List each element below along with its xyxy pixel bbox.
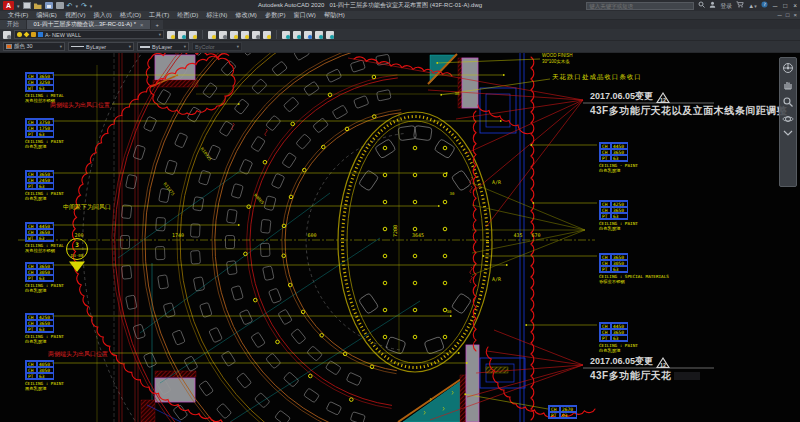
- close-button[interactable]: ×: [792, 2, 798, 9]
- menu-item[interactable]: 修改(M): [231, 11, 261, 20]
- color-swatch: [6, 44, 12, 49]
- save-icon[interactable]: [45, 2, 53, 9]
- chevron-down-icon[interactable]: ▾: [184, 44, 186, 49]
- tab-document[interactable]: 01-四十三层多功能会议...3F-RC-01-A) * ×: [27, 20, 151, 29]
- dim-600: 600: [307, 232, 316, 238]
- new-tab-button[interactable]: +: [151, 20, 162, 29]
- lineweight-value: ByLayer: [152, 44, 172, 50]
- properties-toolbar: 颜色 30 ▾ ByLayer ▾ ByLayer ▾ ByColor ▾: [0, 41, 800, 53]
- steering-wheel-icon[interactable]: [782, 62, 794, 74]
- chevron-down-icon[interactable]: ▾: [129, 44, 131, 49]
- pan-hand-icon[interactable]: [782, 79, 794, 91]
- layer-state-icon-1[interactable]: [208, 31, 216, 39]
- plot-icon[interactable]: [56, 2, 64, 9]
- orbit-icon[interactable]: [782, 113, 794, 125]
- doc-restore-button[interactable]: □: [786, 12, 790, 18]
- navigation-bar: [779, 57, 797, 187]
- doc-close-button[interactable]: ×: [793, 12, 797, 18]
- minimize-button[interactable]: ─: [772, 2, 779, 9]
- chevron-down-icon[interactable]: ▾: [159, 32, 161, 37]
- layer-state-icon-6[interactable]: [263, 31, 271, 39]
- new-drawing-icon[interactable]: [23, 2, 31, 9]
- autodesk-apps-icon[interactable]: ▲▾: [748, 2, 756, 10]
- layer-dropdown[interactable]: A- NEW WALL ▾: [14, 30, 164, 39]
- layer-color-swatch: [38, 32, 43, 37]
- elevation-label: CH4050 CH3050 PT63 CEILING : PAINT 黑色乳胶漆: [25, 360, 64, 392]
- menu-item[interactable]: 帮助(H): [320, 11, 349, 20]
- search-input[interactable]: [586, 2, 694, 10]
- tab-start[interactable]: 开始: [0, 20, 26, 29]
- dim-200: 200: [74, 232, 83, 238]
- elevation-label: CH4450 CH3650 WT63 CEILING : METAL 灰色拉丝不…: [25, 222, 64, 254]
- layer-state-icon-3[interactable]: [230, 31, 238, 39]
- layer-on-icon[interactable]: [17, 32, 22, 37]
- menu-item[interactable]: 窗口(W): [290, 11, 320, 20]
- finish-spec-line1: CEILING : PAINT: [599, 221, 638, 226]
- doc-minimize-button[interactable]: ─: [778, 12, 782, 18]
- signin-label[interactable]: 登录: [720, 2, 732, 10]
- layer-tool-icon-2[interactable]: [178, 31, 186, 39]
- undo-dropdown-icon[interactable]: ▾: [75, 3, 78, 9]
- offset-label-30: 30: [455, 91, 460, 96]
- revision-note-top: 2017.06.05变更 12 43F多功能厅天花以及立面木线条间距调整: [590, 90, 787, 118]
- finish-spec-line1: CEILING : PAINT: [25, 381, 64, 386]
- elevation-label: CH4450 CH3650 PT63 CEILING - PAINT 白色乳胶漆: [599, 142, 638, 174]
- menu-item[interactable]: 绘图(D): [173, 11, 202, 20]
- ar-label: A/R: [492, 276, 502, 282]
- finish-spec-line2: 白色乳胶漆: [25, 288, 64, 293]
- dim-7200: 7200: [392, 225, 398, 237]
- menu-item[interactable]: 视图(V): [61, 11, 90, 20]
- layer-state-icon-11[interactable]: [326, 31, 334, 39]
- undo-icon[interactable]: ↶: [67, 2, 73, 9]
- revision-desc: 43F多功能厅天花以及立面木线条间距调整: [590, 104, 787, 118]
- app-menu-icon[interactable]: ▾: [17, 3, 20, 9]
- linetype-dropdown[interactable]: ByLayer ▾: [68, 42, 134, 51]
- section-marker: 3 D3-08: [67, 239, 88, 273]
- menu-item[interactable]: 工具(T): [145, 11, 173, 20]
- restore-button[interactable]: □: [782, 2, 788, 9]
- help-icon[interactable]: ?: [761, 1, 768, 10]
- zoom-icon[interactable]: [782, 96, 794, 108]
- app-title: Autodesk AutoCAD 2020: [258, 2, 324, 8]
- layer-state-icon-4[interactable]: [241, 31, 249, 39]
- search-icon[interactable]: [698, 1, 705, 10]
- menu-item[interactable]: 参数(P): [261, 11, 290, 20]
- chevron-down-icon[interactable]: ▾: [60, 44, 62, 49]
- note-return-air: 中间聚下为回风口: [63, 203, 111, 212]
- menu-item[interactable]: 格式(O): [116, 11, 145, 20]
- finish-spec-line1: CEILING : SPECIAL MATERIALS: [599, 274, 669, 279]
- document-window-controls: ─ □ ×: [778, 12, 797, 18]
- menu-item[interactable]: 标注(N): [202, 11, 231, 20]
- titlebar-right: 登录 ▲▾ ? ─ □ ×: [586, 0, 798, 11]
- account-icon[interactable]: [709, 1, 716, 10]
- layer-state-icon-7[interactable]: [282, 31, 290, 39]
- redo-icon[interactable]: ↷: [81, 2, 87, 9]
- color-value: 颜色 30: [14, 43, 33, 50]
- navbar-more-icon[interactable]: [783, 130, 793, 136]
- color-dropdown[interactable]: 颜色 30 ▾: [3, 42, 65, 51]
- menu-item[interactable]: 插入(I): [90, 11, 116, 20]
- menu-item[interactable]: 文件(F): [4, 11, 32, 20]
- layer-state-icon-2[interactable]: [219, 31, 227, 39]
- autocad-logo-icon[interactable]: A: [3, 1, 14, 10]
- drawing-canvas[interactable]: 200 1740 600 3645 435 670 7200 A/R A/R R…: [0, 53, 800, 422]
- layer-properties-icon[interactable]: [3, 31, 11, 39]
- dim-3645: 3645: [412, 232, 424, 238]
- layer-tool-icon-3[interactable]: [189, 31, 197, 39]
- menu-item[interactable]: 编辑(E): [32, 11, 61, 20]
- layer-lock-icon[interactable]: [31, 32, 36, 37]
- elevation-label: CH4250 CH3650 PT63 CEILING : PAINT 白色乳胶漆: [599, 200, 638, 232]
- lineweight-dropdown[interactable]: ByLayer ▾: [137, 42, 189, 51]
- dim-1740: 1740: [172, 232, 184, 238]
- layer-state-icon-8[interactable]: [293, 31, 301, 39]
- layer-state-icon-9[interactable]: [304, 31, 312, 39]
- open-icon[interactable]: [34, 2, 42, 9]
- qat-customize-icon[interactable]: ▾: [90, 3, 93, 9]
- tab-close-icon[interactable]: ×: [140, 22, 143, 28]
- cart-icon[interactable]: [736, 1, 744, 10]
- layer-thaw-icon[interactable]: [24, 32, 30, 38]
- dim-435: 435: [513, 232, 522, 238]
- layer-state-icon-10[interactable]: [315, 31, 323, 39]
- layer-tool-icon-1[interactable]: [167, 31, 175, 39]
- layer-state-icon-5[interactable]: [252, 31, 260, 39]
